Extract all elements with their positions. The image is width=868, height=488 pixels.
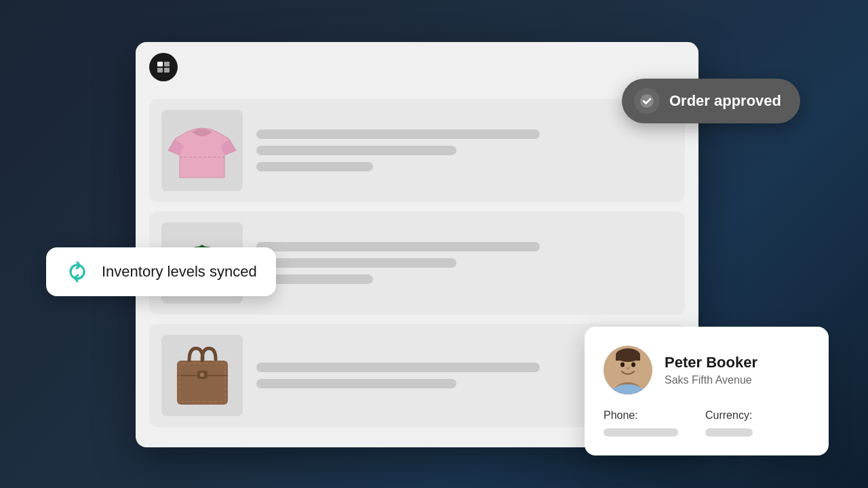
skeleton-7 — [256, 363, 540, 372]
svg-point-9 — [200, 373, 204, 377]
contact-company: Saks Fifth Avenue — [665, 374, 757, 386]
svg-rect-17 — [616, 355, 640, 361]
contact-card: Peter Booker Saks Fifth Avenue Phone: Cu… — [585, 327, 829, 455]
checkmark-icon — [639, 94, 654, 108]
phone-value — [604, 428, 678, 436]
skeleton-4 — [256, 242, 540, 251]
sweatshirt-svg — [165, 113, 239, 188]
currency-value — [705, 428, 753, 436]
check-circle — [634, 88, 660, 114]
skeleton-1 — [256, 129, 540, 139]
inventory-synced-text: Inventory levels synced — [102, 263, 257, 281]
skeleton-5 — [256, 258, 456, 268]
svg-point-18 — [620, 363, 625, 367]
order-approved-badge: Order approved — [622, 79, 800, 123]
svg-point-11 — [640, 94, 654, 108]
phone-label: Phone: — [604, 409, 678, 422]
inventory-synced-badge: Inventory levels synced — [46, 247, 276, 296]
svg-rect-0 — [157, 62, 163, 66]
svg-rect-2 — [157, 68, 163, 73]
contact-fields: Phone: Currency: — [604, 409, 810, 436]
skeleton-2 — [256, 146, 456, 155]
contact-header: Peter Booker Saks Fifth Avenue — [604, 346, 810, 394]
svg-rect-6 — [177, 361, 228, 405]
bag-svg — [170, 340, 235, 411]
product-image-bag — [161, 335, 243, 416]
contact-name: Peter Booker — [665, 354, 757, 371]
currency-field-group: Currency: — [705, 409, 753, 436]
avatar-image — [604, 346, 652, 394]
contact-info: Peter Booker Saks Fifth Avenue — [665, 354, 757, 386]
svg-rect-1 — [164, 62, 170, 66]
window-header — [136, 42, 698, 92]
product-row — [149, 99, 685, 202]
svg-point-19 — [631, 363, 635, 367]
logo-icon — [155, 59, 172, 75]
avatar — [604, 346, 652, 394]
order-approved-text: Order approved — [669, 92, 781, 110]
product-details-1 — [256, 129, 673, 171]
phone-field-group: Phone: — [604, 409, 678, 436]
currency-label: Currency: — [705, 409, 753, 422]
svg-rect-3 — [164, 68, 170, 73]
skeleton-3 — [256, 162, 373, 171]
sync-icon — [65, 260, 90, 284]
product-image-sweatshirt — [161, 110, 243, 191]
skeleton-8 — [256, 379, 456, 388]
app-logo — [149, 53, 178, 81]
product-details-2 — [256, 242, 673, 284]
